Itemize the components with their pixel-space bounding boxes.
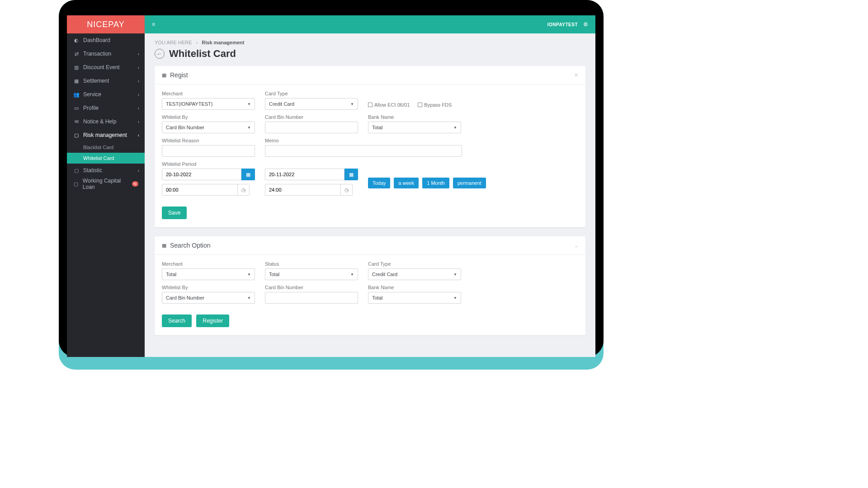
chat-icon: ✉ (73, 119, 80, 125)
close-icon[interactable]: ✕ (574, 72, 578, 78)
breadcrumb: YOU ARE HERE › Risk management (155, 40, 585, 45)
label-whitelist-by: Whitelist By (162, 114, 255, 120)
sidebar-item-risk[interactable]: ▢Risk management‹ (67, 128, 145, 142)
sidebar-item-service[interactable]: 👥Service‹ (67, 88, 145, 101)
select-value: Total (166, 272, 176, 277)
quick-week[interactable]: a week (394, 178, 419, 188)
label-period-to (265, 161, 358, 167)
input-memo[interactable] (265, 145, 462, 157)
main-area: ≡ IONPAYTEST ⚙ YOU ARE HERE › Risk manag… (145, 15, 595, 357)
chart-icon: ▥ (73, 65, 80, 70)
label-status: Status (265, 261, 358, 267)
grid-icon: ▦ (162, 72, 166, 78)
select-search-bank-name[interactable]: Total▼ (368, 292, 461, 304)
label-card-type: Card Type (265, 91, 358, 96)
sidebar-item-label: Profile (83, 105, 99, 111)
chevron-down-icon: ▼ (453, 126, 457, 130)
quick-month[interactable]: 1 Month (422, 178, 449, 188)
sidebar-item-dashboard[interactable]: ◐DashBoard (67, 33, 145, 47)
label-merchant: Merchant (162, 91, 255, 96)
quick-permanent[interactable]: permanent (453, 178, 486, 188)
panel-title: Regist (170, 71, 188, 79)
quick-today[interactable]: Today (368, 178, 390, 188)
sidebar-item-profile[interactable]: ▭Profile‹ (67, 101, 145, 115)
calendar-button-to[interactable]: ▦ (344, 169, 358, 180)
calendar-button-from[interactable]: ▦ (241, 169, 255, 180)
checkbox-bypass-fds[interactable]: Bypass FDS (418, 102, 452, 108)
sidebar-item-notice[interactable]: ✉Notice & Help‹ (67, 115, 145, 128)
search-button[interactable]: Search (162, 314, 192, 327)
checkbox-box (418, 103, 422, 107)
input-card-bin[interactable] (265, 122, 358, 133)
sidebar-item-settlement[interactable]: ▦Settlement‹ (67, 74, 145, 88)
page-title-row: ← Whitelist Card (155, 48, 585, 60)
grid-icon: ▦ (162, 243, 166, 249)
sidebar-item-loan[interactable]: ▢Working Capital LoanN (67, 177, 145, 191)
gear-icon[interactable]: ⚙ (583, 21, 588, 28)
input-date-from[interactable] (162, 169, 241, 180)
sidebar: NICEPAY ◐DashBoard ⇄Transaction‹ ▥Discou… (67, 15, 145, 357)
label-whitelist-by2: Whitelist By (162, 285, 255, 290)
sidebar-subitem-blacklist[interactable]: Blacklist Card (67, 142, 145, 153)
chevron-down-icon: ▼ (453, 296, 457, 300)
folder-icon: ▢ (73, 168, 80, 174)
sidebar-item-statistic[interactable]: ▢Statistic‹ (67, 164, 145, 177)
select-whitelist-by[interactable]: Card Bin Number▼ (162, 122, 255, 133)
chevron-down-icon: ▼ (247, 272, 251, 277)
input-reason[interactable] (162, 145, 255, 157)
panel-body-regist: Merchant TEST(IONPAYTEST)▼ Card Type Cre… (155, 84, 585, 227)
label-reason: Whitelist Reason (162, 138, 255, 143)
chevron-left-icon: ‹ (138, 133, 139, 138)
select-search-status[interactable]: Total▼ (265, 268, 358, 280)
chevron-left-icon: ‹ (138, 52, 139, 56)
calendar-icon: ▦ (73, 78, 80, 84)
select-value: Total (372, 295, 382, 300)
topbar-user[interactable]: IONPAYTEST (547, 22, 578, 27)
save-button[interactable]: Save (162, 206, 187, 219)
input-time-to[interactable] (265, 184, 341, 196)
folder-icon: ▢ (73, 132, 80, 138)
sidebar-item-label: Notice & Help (83, 118, 116, 125)
clock-button-to[interactable]: ◷ (341, 184, 353, 196)
chevron-left-icon: ‹ (138, 65, 139, 70)
folder-icon: ▢ (73, 181, 79, 187)
sidebar-subitem-whitelist[interactable]: Whitelist Card (67, 153, 145, 164)
label-card-bin: Card Bin Number (265, 114, 358, 120)
chevron-down-icon: ▼ (453, 272, 457, 277)
back-button[interactable]: ← (155, 49, 165, 59)
select-value: Card Bin Number (166, 125, 204, 130)
chevron-down-icon: ▼ (350, 272, 354, 277)
label-merchant2: Merchant (162, 261, 255, 267)
select-search-whitelist-by[interactable]: Card Bin Number▼ (162, 292, 255, 304)
sidebar-item-discount[interactable]: ▥Discount Event‹ (67, 61, 145, 74)
select-value: Credit Card (269, 101, 294, 107)
select-value: TEST(IONPAYTEST) (166, 101, 213, 107)
select-search-card-type[interactable]: Credit Card▼ (368, 268, 461, 280)
sidebar-item-transaction[interactable]: ⇄Transaction‹ (67, 47, 145, 61)
select-bank-name[interactable]: Total▼ (368, 122, 461, 133)
chevron-down-icon[interactable]: ⌄ (574, 243, 578, 249)
input-date-to[interactable] (265, 169, 344, 180)
input-search-card-bin[interactable] (265, 292, 358, 304)
sidebar-item-label: Settlement (83, 78, 109, 84)
sidebar-subitem-label: Blacklist Card (83, 145, 113, 150)
select-merchant[interactable]: TEST(IONPAYTEST)▼ (162, 98, 255, 110)
label-period: Whitelist Period (162, 161, 255, 167)
checkbox-allow-eci[interactable]: Allow ECI 06/01 (368, 102, 410, 108)
menu-toggle-icon[interactable]: ≡ (152, 21, 155, 28)
register-button[interactable]: Register (196, 314, 229, 327)
chevron-left-icon: ‹ (138, 119, 139, 124)
chevron-right-icon: › (196, 40, 198, 45)
input-time-from[interactable] (162, 184, 238, 196)
select-search-merchant[interactable]: Total▼ (162, 268, 255, 280)
select-card-type[interactable]: Credit Card▼ (265, 98, 358, 110)
chevron-down-icon: ▼ (247, 102, 251, 106)
device-frame: NICEPAY ◐DashBoard ⇄Transaction‹ ▥Discou… (59, 0, 604, 357)
topbar: ≡ IONPAYTEST ⚙ (145, 15, 595, 33)
select-value: Credit Card (372, 272, 397, 277)
checkbox-label: Allow ECI 06/01 (374, 102, 410, 108)
sidebar-item-label: Risk management (83, 132, 127, 138)
clock-button-from[interactable]: ◷ (238, 184, 250, 196)
sidebar-item-label: DashBoard (83, 37, 110, 43)
chevron-down-icon: ▼ (350, 102, 354, 106)
